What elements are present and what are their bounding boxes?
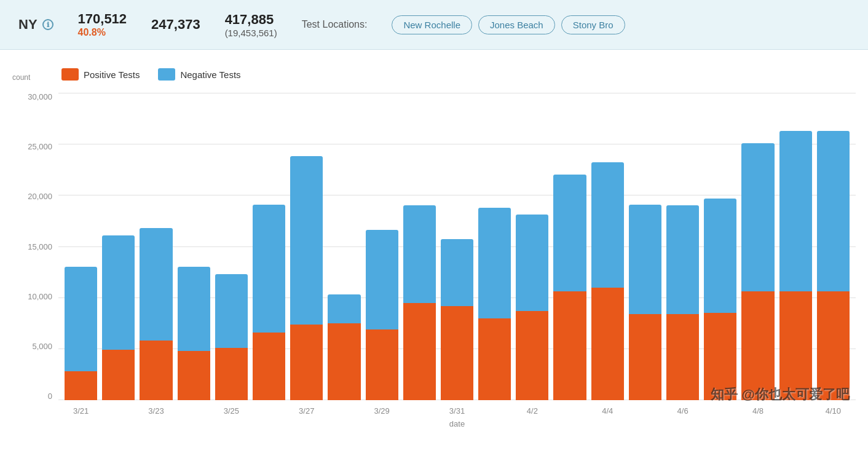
negative-swatch xyxy=(158,68,175,81)
positive-pct: 40.8% xyxy=(78,27,127,38)
bar-positive xyxy=(65,371,97,400)
x-tick-group: 4/2 xyxy=(516,405,548,416)
y-tick: 10,000 xyxy=(12,293,58,301)
bar-negative xyxy=(553,175,586,291)
bar-positive xyxy=(553,291,586,400)
bar-group[interactable] xyxy=(779,93,812,400)
x-tick: 3/31 xyxy=(449,406,465,416)
total-tests: 247,373 xyxy=(151,17,200,33)
y-axis: 05,00010,00015,00020,00025,00030,000 xyxy=(12,93,58,400)
x-tick-group xyxy=(178,405,210,416)
x-tick-group: 4/10 xyxy=(817,405,850,416)
x-axis-label: date xyxy=(58,419,856,428)
bar-negative xyxy=(516,215,548,311)
state-name: NY xyxy=(18,17,37,33)
y-tick: 30,000 xyxy=(12,93,58,101)
x-tick: 4/4 xyxy=(602,406,613,416)
bars-area xyxy=(58,93,856,400)
location-new-rochelle[interactable]: New Rochelle xyxy=(392,15,472,34)
x-tick: 4/10 xyxy=(826,406,841,416)
y-tick: 15,000 xyxy=(12,243,58,251)
y-tick: 5,000 xyxy=(12,342,58,350)
location-jones-beach[interactable]: Jones Beach xyxy=(478,15,555,34)
location-stony-bro[interactable]: Stony Bro xyxy=(561,15,625,34)
bar-negative xyxy=(704,199,736,313)
bar-group[interactable] xyxy=(704,93,736,400)
bar-negative xyxy=(215,274,248,348)
bar-positive xyxy=(140,341,172,400)
positive-swatch xyxy=(61,68,79,81)
bar-positive xyxy=(629,314,661,400)
x-tick-group xyxy=(253,405,285,416)
bar-negative xyxy=(741,143,774,292)
bar-group[interactable] xyxy=(741,93,774,400)
bar-negative xyxy=(140,228,172,341)
x-tick-group xyxy=(704,405,736,416)
bar-group[interactable] xyxy=(290,93,323,400)
bar-negative xyxy=(290,156,323,324)
alt-total: 417,885 xyxy=(225,12,277,28)
bar-negative xyxy=(817,131,850,292)
bar-positive xyxy=(741,291,774,400)
x-tick: 3/23 xyxy=(148,406,164,416)
bar-group[interactable] xyxy=(253,93,285,400)
bar-negative xyxy=(403,205,436,302)
bar-group[interactable] xyxy=(102,93,135,400)
chart-container: count Positive Tests Negative Tests 05,0… xyxy=(0,50,868,441)
legend-negative-label: Negative Tests xyxy=(180,69,240,80)
bar-positive xyxy=(441,306,473,400)
bar-negative xyxy=(253,205,285,333)
x-tick-group: 3/23 xyxy=(140,405,172,416)
x-tick-group xyxy=(102,405,135,416)
x-tick: 4/8 xyxy=(752,406,763,416)
bar-group[interactable] xyxy=(553,93,586,400)
x-tick-group: 4/6 xyxy=(666,405,699,416)
alt-total-sub: (19,453,561) xyxy=(225,28,277,38)
bar-group[interactable] xyxy=(478,93,511,400)
bar-positive xyxy=(253,333,285,400)
bar-group[interactable] xyxy=(178,93,210,400)
x-tick-group: 3/29 xyxy=(366,405,398,416)
bar-group[interactable] xyxy=(366,93,398,400)
bar-group[interactable] xyxy=(516,93,548,400)
bar-group[interactable] xyxy=(817,93,850,400)
bar-negative xyxy=(666,205,699,314)
state-label: NY ℹ xyxy=(18,17,53,33)
bar-positive xyxy=(591,288,624,400)
bar-positive xyxy=(516,311,548,400)
x-axis: 3/213/233/253/273/293/314/24/44/64/84/10 xyxy=(58,400,856,416)
bar-negative xyxy=(779,131,812,292)
bar-positive xyxy=(328,323,360,400)
bar-group[interactable] xyxy=(441,93,473,400)
x-tick-group xyxy=(403,405,436,416)
bar-positive xyxy=(403,303,436,400)
bar-group[interactable] xyxy=(140,93,172,400)
info-icon[interactable]: ℹ xyxy=(42,19,53,30)
x-tick-group: 3/31 xyxy=(441,405,473,416)
bar-group[interactable] xyxy=(65,93,97,400)
y-tick: 20,000 xyxy=(12,192,58,200)
bar-negative xyxy=(478,208,511,318)
positive-stat-block: 170,512 40.8% xyxy=(78,11,127,38)
bar-group[interactable] xyxy=(666,93,699,400)
bar-group[interactable] xyxy=(403,93,436,400)
bar-negative xyxy=(441,239,473,305)
bar-positive xyxy=(102,350,135,400)
x-tick: 3/25 xyxy=(224,406,239,416)
y-tick: 25,000 xyxy=(12,143,58,151)
bar-negative xyxy=(178,267,210,351)
header: NY ℹ 170,512 40.8% 247,373 417,885 (19,4… xyxy=(0,0,868,50)
bar-positive xyxy=(178,351,210,400)
bar-negative xyxy=(102,235,135,350)
bar-group[interactable] xyxy=(328,93,360,400)
bar-group[interactable] xyxy=(591,93,624,400)
bar-negative xyxy=(591,162,624,287)
bar-positive xyxy=(779,291,812,400)
bar-negative xyxy=(328,294,360,323)
bar-positive xyxy=(666,314,699,400)
bar-positive xyxy=(817,291,850,400)
x-tick-group xyxy=(328,405,360,416)
bar-group[interactable] xyxy=(629,93,661,400)
bar-group[interactable] xyxy=(215,93,248,400)
x-tick-group xyxy=(478,405,511,416)
